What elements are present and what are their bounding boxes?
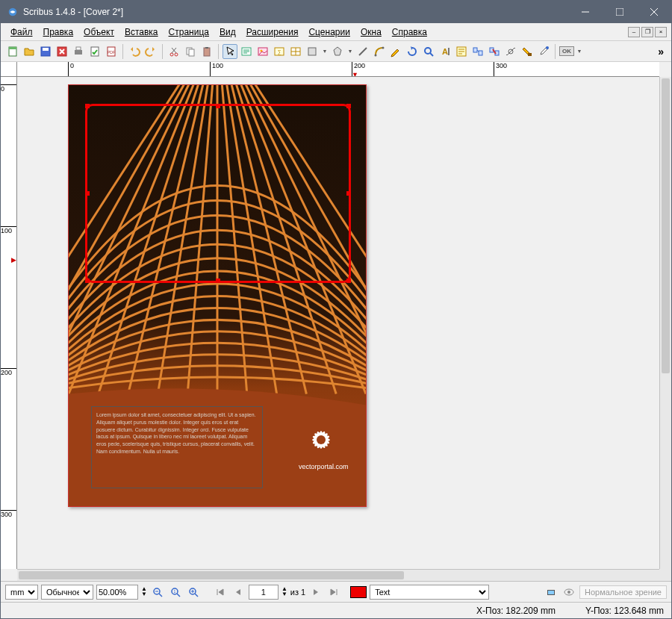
page-input[interactable] (249, 585, 279, 600)
svg-rect-12 (91, 47, 99, 56)
svg-text:PDF: PDF (108, 50, 115, 55)
minimize-button[interactable] (568, 1, 603, 23)
mdi-minimize-button[interactable]: – (628, 27, 640, 37)
ruler-horizontal[interactable]: 0 100 200 300 ▼ (17, 62, 659, 77)
svg-rect-8 (43, 48, 49, 51)
zoom-tool[interactable] (421, 44, 436, 59)
measure-tool[interactable] (503, 44, 518, 59)
statusbar-controls: mm Обычное ▲▼ 1 ▲▼ из 1 Text Нормальное … (1, 581, 671, 602)
statusbar-coords: X-Поз: 182.209 mm Y-Поз: 123.648 mm (1, 602, 671, 618)
menubar: Файл Правка Объект Вставка Страница Вид … (1, 23, 671, 41)
zoom-out-button[interactable] (150, 585, 165, 600)
edit-text-tool[interactable]: A (438, 44, 452, 59)
svg-rect-18 (189, 49, 194, 56)
canvas[interactable]: Lorem ipsum dolor sit amet, consectetuer… (17, 77, 659, 569)
zoom-100-button[interactable]: 1 (168, 585, 183, 600)
svg-text:1: 1 (174, 589, 176, 594)
shape-dropdown[interactable]: ▼ (321, 49, 329, 54)
quality-select[interactable]: Обычное (41, 585, 93, 600)
unit-select[interactable]: mm (5, 585, 38, 600)
print-button[interactable] (71, 44, 86, 59)
redo-button[interactable] (143, 44, 158, 59)
menu-scripts[interactable]: Сценарии (303, 25, 355, 39)
layer-color-swatch[interactable] (350, 586, 367, 598)
vision-mode-select[interactable]: Нормальное зрение (579, 585, 667, 599)
menu-view[interactable]: Вид (214, 25, 241, 39)
scroll-corner (659, 569, 671, 581)
link-text-tool[interactable] (470, 44, 485, 59)
window-title: Scribus 1.4.8 - [Cover 2*] (23, 7, 568, 17)
freehand-tool[interactable] (388, 44, 403, 59)
paste-button[interactable] (199, 44, 214, 59)
menu-object[interactable]: Объект (78, 25, 119, 39)
prev-page-button[interactable] (231, 585, 246, 600)
open-button[interactable] (22, 44, 37, 59)
save-button[interactable] (38, 44, 53, 59)
toolbar-overflow[interactable]: » (655, 46, 667, 57)
new-button[interactable] (5, 44, 20, 59)
bezier-tool[interactable] (372, 44, 387, 59)
cms-toggle-icon[interactable] (544, 585, 559, 600)
text-frame-tool[interactable] (239, 44, 254, 59)
scrollbar-horizontal[interactable] (17, 569, 659, 581)
ruler-vertical[interactable]: 0 100 200 300 ▶ (1, 77, 17, 569)
page-total-label: из 1 (290, 588, 305, 597)
next-page-button[interactable] (308, 585, 323, 600)
layer-select[interactable]: Text (370, 585, 489, 600)
undo-button[interactable] (127, 44, 142, 59)
eyedropper-tool[interactable] (536, 44, 551, 59)
page-spinner[interactable]: ▲▼ (281, 587, 287, 597)
close-button[interactable] (637, 1, 671, 23)
pdf-tools-button[interactable]: OK (559, 44, 574, 59)
svg-rect-6 (9, 47, 16, 49)
mdi-restore-button[interactable]: ❐ (641, 27, 653, 37)
preview-toggle-icon[interactable] (561, 585, 576, 600)
svg-point-66 (567, 591, 570, 594)
svg-point-15 (170, 53, 173, 56)
image-frame-tool[interactable] (255, 44, 270, 59)
menu-windows[interactable]: Окна (355, 25, 387, 39)
first-page-button[interactable] (213, 585, 228, 600)
scrollbar-vertical[interactable] (659, 77, 671, 569)
pdf-button[interactable]: PDF (104, 44, 119, 59)
zoom-in-button[interactable] (186, 585, 201, 600)
render-frame-tool[interactable]: ∑ (272, 44, 287, 59)
zoom-spinner[interactable]: ▲▼ (141, 587, 147, 597)
last-page-button[interactable] (326, 585, 341, 600)
story-editor-tool[interactable] (454, 44, 469, 59)
shape-tool[interactable] (305, 44, 320, 59)
titlebar: Scribus 1.4.8 - [Cover 2*] (1, 1, 671, 23)
menu-edit[interactable]: Правка (38, 25, 79, 39)
copy-props-tool[interactable] (520, 44, 535, 59)
menu-help[interactable]: Справка (387, 25, 432, 39)
pdf-tools-dropdown[interactable]: ▼ (576, 49, 583, 54)
rotate-tool[interactable] (405, 44, 420, 59)
menu-page[interactable]: Страница (164, 25, 214, 39)
svg-rect-19 (204, 48, 210, 56)
select-tool[interactable] (223, 44, 237, 59)
close-doc-button[interactable] (55, 44, 69, 59)
maximize-button[interactable] (603, 1, 637, 23)
copy-button[interactable] (183, 44, 198, 59)
logo-text: vectorportal.com (299, 463, 349, 470)
ruler-origin[interactable] (1, 62, 17, 77)
polygon-dropdown[interactable]: ▼ (346, 49, 354, 54)
menu-extensions[interactable]: Расширения (241, 25, 304, 39)
zoom-input[interactable] (96, 585, 138, 600)
mdi-close-button[interactable]: × (655, 27, 667, 37)
menu-file[interactable]: Файл (5, 25, 38, 39)
preflight-button[interactable] (87, 44, 102, 59)
line-tool[interactable] (355, 44, 370, 59)
page[interactable]: Lorem ipsum dolor sit amet, consectetuer… (68, 84, 367, 507)
logo: vectorportal.com (299, 421, 343, 470)
svg-point-31 (425, 48, 431, 54)
text-frame-lorem[interactable]: Lorem ipsum dolor sit amet, consectetuer… (91, 406, 263, 488)
unlink-text-tool[interactable] (487, 44, 502, 59)
cut-button[interactable] (167, 44, 181, 59)
menu-insert[interactable]: Вставка (119, 25, 164, 39)
svg-line-58 (177, 594, 180, 597)
selection-frame[interactable] (85, 104, 351, 283)
table-tool[interactable] (288, 44, 303, 59)
polygon-tool[interactable] (330, 44, 345, 59)
svg-point-30 (382, 46, 385, 49)
